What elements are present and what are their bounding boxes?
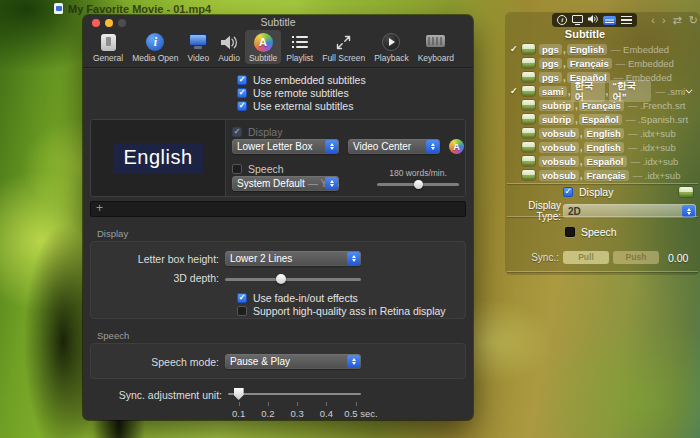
- checkbox-retina-ass[interactable]: Support high-quality ass in Retina displ…: [237, 305, 465, 317]
- display-type-value: 2D: [568, 206, 581, 217]
- speech-mode-dropdown[interactable]: Pause & Play: [225, 354, 361, 369]
- checkbox-panel-speech[interactable]: [565, 227, 575, 237]
- preferences-window-title: Subtitle: [83, 15, 473, 29]
- panel-sync-row: Sync.: Pull Push 0.00: [505, 251, 700, 264]
- panel-display-type-row: Display Type: 2D: [505, 200, 700, 222]
- info-icon: i: [146, 33, 164, 51]
- check-icon: ✓: [510, 86, 520, 96]
- preferences-titlebar[interactable]: Subtitle: [83, 15, 473, 28]
- letterbox-height-label: Letter box height:: [91, 253, 225, 265]
- font-color-icon[interactable]: A: [449, 139, 464, 154]
- subtitle-track-row[interactable]: ✓ vobsubEnglish— .idx+sub: [507, 140, 698, 154]
- preferences-toolbar: General i Media Open Video Audio A Subti…: [83, 28, 473, 64]
- slider-thumb[interactable]: [414, 180, 423, 189]
- slider-thumb[interactable]: [276, 274, 286, 284]
- subtitle-tab-icon-selected[interactable]: [603, 16, 616, 25]
- subtitle-track-row[interactable]: ✓ subripFrançais— .French.srt: [507, 98, 698, 112]
- toolbar-tab-video[interactable]: Video: [184, 30, 214, 64]
- subtitle-style-preview: English Display Lower Letter Box Video C…: [90, 119, 466, 197]
- speech-group: Speech Speech mode: Pause & Play: [90, 330, 466, 379]
- chevron-down-icon[interactable]: [685, 86, 692, 93]
- divider: [507, 216, 698, 217]
- letterbox-height-dropdown[interactable]: Lower 2 Lines: [225, 251, 361, 266]
- checkbox-label: Speech: [581, 226, 617, 238]
- transport-controls: ‹ › ⇄ ↻: [651, 13, 698, 27]
- panel-title: Subtitle: [505, 28, 665, 40]
- add-style-button[interactable]: +: [90, 201, 466, 217]
- checkbox-use-embedded-subtitles[interactable]: Use embedded subtitles: [237, 73, 473, 86]
- subtitle-control-panel: i ‹ › ⇄ ↻ Subtitle ✓ pgsEnglish— Embedde…: [505, 12, 700, 275]
- subtitle-badge-icon: [522, 86, 535, 96]
- repeat-icon[interactable]: ↻: [689, 13, 698, 27]
- subtitle-track-row[interactable]: ✓ vobsubEnglish— .idx+sub: [507, 126, 698, 140]
- checkbox-preview-display[interactable]: Display: [232, 125, 282, 138]
- checkbox[interactable]: [232, 164, 242, 174]
- toolbar-tab-keyboard[interactable]: Keyboard: [414, 30, 458, 64]
- checkbox-panel-display[interactable]: [563, 187, 573, 197]
- tick-label: 0.2: [261, 408, 274, 419]
- general-icon: [101, 34, 116, 51]
- checkbox-use-external-subtitles[interactable]: Use external subtitles: [237, 99, 473, 112]
- checkbox[interactable]: [237, 101, 247, 111]
- subtitle-badge-icon: [522, 44, 535, 54]
- subtitle-track-row[interactable]: ✓ pgsEnglish— Embedded: [507, 42, 698, 56]
- checkbox-label: Speech: [248, 163, 284, 175]
- video-tab-icon[interactable]: [572, 15, 583, 23]
- subtitle-track-row[interactable]: ✓ sami한국어“한국어”— .smi: [507, 84, 698, 98]
- 3d-depth-slider[interactable]: [225, 273, 361, 284]
- tick-label: 0.5 sec.: [344, 408, 377, 419]
- info-icon[interactable]: i: [557, 15, 567, 25]
- toolbar-tab-general[interactable]: General: [89, 30, 127, 64]
- subtitle-badge-icon: [522, 128, 535, 138]
- subtitle-track-row[interactable]: ✓ vobsubEspañol— .idx+sub: [507, 154, 698, 168]
- shuffle-icon[interactable]: ⇄: [673, 13, 682, 27]
- tick-label: 0.3: [291, 408, 304, 419]
- preview-sample-text: English: [113, 143, 202, 174]
- toolbar-tab-subtitle[interactable]: A Subtitle: [245, 30, 281, 64]
- toolbar-tab-playback[interactable]: Playback: [370, 30, 413, 64]
- close-button[interactable]: [92, 19, 100, 27]
- previous-icon[interactable]: ‹: [651, 13, 655, 27]
- checkbox-preview-speech[interactable]: Speech: [232, 162, 284, 175]
- checkbox-use-remote-subtitles[interactable]: Use remote subtitles: [237, 86, 473, 99]
- 3d-depth-label: 3D depth:: [91, 272, 225, 284]
- voice-dropdown[interactable]: System Default — Yuna: [232, 176, 339, 191]
- movie-window-titlebar[interactable]: My Favorite Movie - 01.mp4: [54, 1, 211, 16]
- next-icon[interactable]: ›: [662, 13, 666, 27]
- checkbox[interactable]: [237, 75, 247, 85]
- sync-pull-button[interactable]: Pull: [563, 251, 609, 264]
- toolbar-tab-audio[interactable]: Audio: [214, 30, 244, 64]
- slider-thumb[interactable]: [234, 388, 244, 400]
- checkbox-label: Use external subtitles: [253, 100, 353, 112]
- check-icon: ✓: [510, 44, 520, 54]
- audio-tab-icon[interactable]: [587, 14, 598, 26]
- speech-mode-value: Pause & Play: [230, 356, 290, 367]
- sync-adjustment-slider[interactable]: 0.1 0.2 0.3 0.4 0.5 sec.: [228, 388, 361, 420]
- speech-rate-slider[interactable]: [377, 178, 459, 189]
- checkbox[interactable]: [237, 88, 247, 98]
- speech-rate-label: 180 words/min.: [377, 168, 459, 178]
- alignment-dropdown[interactable]: Video Center: [348, 139, 440, 154]
- checkbox[interactable]: [237, 306, 247, 316]
- subtitle-track-row[interactable]: ✓ subripEspañol— .Spanish.srt: [507, 112, 698, 126]
- subtitle-track-row[interactable]: ✓ vobsubFrançais— .idx+sub: [507, 168, 698, 182]
- subtitle-badge-icon: [522, 114, 535, 124]
- movie-window-title: My Favorite Movie - 01.mp4: [68, 3, 211, 15]
- subtitle-track-row[interactable]: ✓ pgsFrançais— Embedded: [507, 56, 698, 70]
- position-dropdown[interactable]: Lower Letter Box: [232, 139, 339, 154]
- traffic-lights: [92, 19, 126, 27]
- toolbar-tab-full-screen[interactable]: Full Screen: [318, 30, 369, 64]
- checkbox[interactable]: [237, 293, 247, 303]
- stepper-icon: [325, 140, 338, 153]
- subtitle-badge-icon: [522, 156, 535, 166]
- checkbox-fade-effects[interactable]: Use fade-in/out effects: [237, 292, 465, 304]
- preview-controls: Display Lower Letter Box Video Center A: [226, 120, 465, 196]
- sync-push-button[interactable]: Push: [613, 251, 659, 264]
- toolbar-tab-playlist[interactable]: Playlist: [282, 30, 317, 64]
- checkbox-label: Display: [579, 186, 613, 198]
- minimize-button[interactable]: [105, 19, 113, 27]
- screen: My Favorite Movie - 01.mp4 Subtitle Gene…: [0, 0, 700, 438]
- toolbar-tab-media-open[interactable]: i Media Open: [128, 30, 182, 64]
- zoom-button: [118, 19, 126, 27]
- playlist-tab-icon[interactable]: [621, 16, 632, 25]
